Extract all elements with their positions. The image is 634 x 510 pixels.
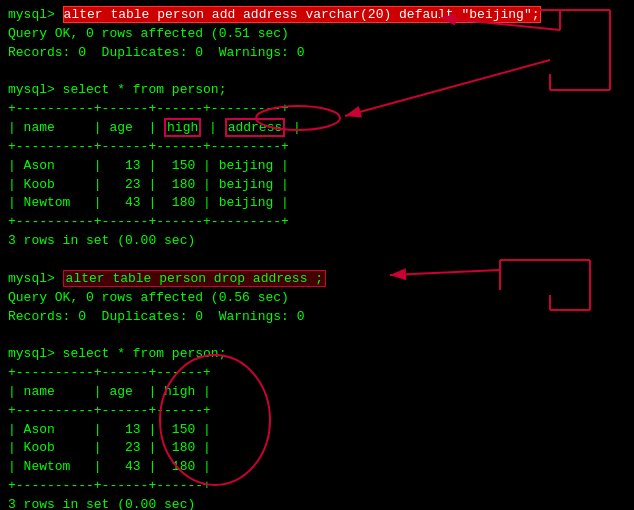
command-box-1: alter table person add address varchar(2… <box>63 6 541 23</box>
line-26: +----------+------+------+ <box>8 477 626 496</box>
line-11: | Newtom | 43 | 180 | beijing | <box>8 194 626 213</box>
line-6: +----------+------+------+---------+ <box>8 100 626 119</box>
line-17: Records: 0 Duplicates: 0 Warnings: 0 <box>8 308 626 327</box>
line-15: mysql> alter table person drop address ; <box>8 270 626 289</box>
line-14 <box>8 251 626 270</box>
line-8: +----------+------+------+---------+ <box>8 138 626 157</box>
line-9: | Ason | 13 | 150 | beijing | <box>8 157 626 176</box>
line-5: mysql> select * from person; <box>8 81 626 100</box>
line-3: Records: 0 Duplicates: 0 Warnings: 0 <box>8 44 626 63</box>
line-23: | Ason | 13 | 150 | <box>8 421 626 440</box>
line-21: | name | age | high | <box>8 383 626 402</box>
terminal: mysql> alter table person add address va… <box>0 0 634 510</box>
line-13: 3 rows in set (0.00 sec) <box>8 232 626 251</box>
line-25: | Newtom | 43 | 180 | <box>8 458 626 477</box>
line-22: +----------+------+------+ <box>8 402 626 421</box>
high-highlight: high <box>164 118 201 137</box>
line-12: +----------+------+------+---------+ <box>8 213 626 232</box>
line-19: mysql> select * from person; <box>8 345 626 364</box>
line-27: 3 rows in set (0.00 sec) <box>8 496 626 510</box>
command-box-2: alter table person drop address ; <box>63 270 326 287</box>
line-4 <box>8 63 626 82</box>
prompt-1: mysql> <box>8 7 63 22</box>
line-7: | name | age | high | address | <box>8 119 626 138</box>
line-16: Query OK, 0 rows affected (0.56 sec) <box>8 289 626 308</box>
line-2: Query OK, 0 rows affected (0.51 sec) <box>8 25 626 44</box>
line-20: +----------+------+------+ <box>8 364 626 383</box>
address-highlight: address <box>225 118 286 137</box>
line-1: mysql> alter table person add address va… <box>8 6 626 25</box>
line-18 <box>8 326 626 345</box>
line-10: | Koob | 23 | 180 | beijing | <box>8 176 626 195</box>
line-24: | Koob | 23 | 180 | <box>8 439 626 458</box>
